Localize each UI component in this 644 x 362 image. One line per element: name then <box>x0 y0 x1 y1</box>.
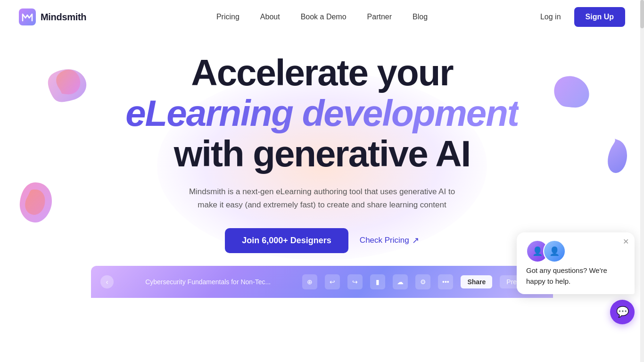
cta-secondary-link[interactable]: Check Pricing ↗ <box>360 235 419 246</box>
hero-subtitle: Mindsmith is a next-gen eLearning author… <box>185 185 459 211</box>
logo[interactable]: Mindsmith <box>19 8 86 25</box>
chat-message: Got any questions? We're happy to help. <box>526 266 607 285</box>
nav-pricing[interactable]: Pricing <box>208 9 248 25</box>
preview-nav-prev[interactable]: ‹ <box>100 275 114 288</box>
chat-close-button[interactable]: ✕ <box>623 237 629 246</box>
preview-undo-btn[interactable]: ↩ <box>325 274 340 289</box>
cta-arrow-icon: ↗ <box>412 235 419 246</box>
hero-title-container: eLearning development <box>9 93 635 134</box>
hero-title-accent: eLearning development <box>125 92 519 134</box>
nav-about[interactable]: About <box>252 9 289 25</box>
nav-actions: Log in Sign Up <box>533 7 625 27</box>
chat-widget: ✕ 👤 👤 Got any questions? We're happy to … <box>517 232 635 324</box>
preview-comment-btn[interactable]: ☁ <box>393 274 408 289</box>
chat-bubble: ✕ 👤 👤 Got any questions? We're happy to … <box>517 232 635 294</box>
preview-share-btn[interactable]: Share <box>461 275 492 288</box>
preview-bar-btn[interactable]: ▮ <box>370 274 385 289</box>
logo-icon <box>19 8 36 25</box>
hero-title-line1: Accelerate your <box>9 53 635 93</box>
logo-text: Mindsmith <box>41 12 86 23</box>
chat-avatars: 👤 👤 <box>526 240 625 263</box>
chat-fab-icon: 💬 <box>616 306 629 318</box>
signup-button[interactable]: Sign Up <box>574 7 625 27</box>
avatar-2: 👤 <box>543 240 566 263</box>
nav-demo[interactable]: Book a Demo <box>292 9 355 25</box>
chat-fab-button[interactable]: 💬 <box>610 300 635 324</box>
nav-blog[interactable]: Blog <box>404 9 436 25</box>
login-button[interactable]: Log in <box>533 9 569 25</box>
nav-links: Pricing About Book a Demo Partner Blog <box>208 9 436 25</box>
scrollbar[interactable] <box>640 0 644 362</box>
preview-bar: ‹ Cybersecurity Fundamentals for Non-Tec… <box>91 266 553 298</box>
preview-title: Cybersecurity Fundamentals for Non-Tec..… <box>121 278 295 286</box>
svg-rect-0 <box>19 8 36 25</box>
hero-title-line3: with generative AI <box>9 134 635 174</box>
cta-primary-button[interactable]: Join 6,000+ Designers <box>225 228 348 253</box>
scrollbar-thumb[interactable] <box>640 0 644 28</box>
cta-secondary-label: Check Pricing <box>360 236 409 245</box>
preview-settings-btn[interactable]: ⚙ <box>415 274 430 289</box>
hero-content: Accelerate your eLearning development wi… <box>9 53 635 253</box>
preview-more-btn[interactable]: ••• <box>438 274 453 289</box>
preview-redo-btn[interactable]: ↪ <box>347 274 363 289</box>
nav-partner[interactable]: Partner <box>359 9 400 25</box>
navbar: Mindsmith Pricing About Book a Demo Part… <box>0 0 644 34</box>
preview-globe-btn[interactable]: ⊕ <box>302 274 317 289</box>
